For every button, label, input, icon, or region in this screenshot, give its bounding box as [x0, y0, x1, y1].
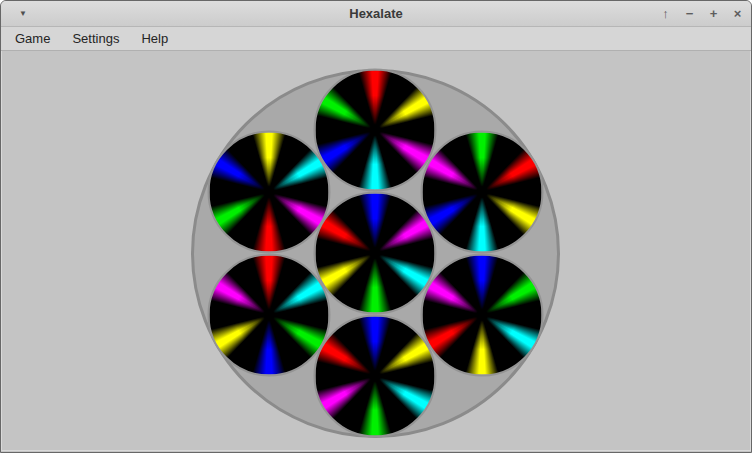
shade-button-icon[interactable]: ↑ — [658, 6, 673, 21]
menubar: Game Settings Help — [1, 27, 751, 51]
menu-item-game[interactable]: Game — [4, 28, 61, 49]
disc-bottom-right[interactable] — [420, 253, 543, 376]
game-canvas — [1, 51, 751, 451]
disc-bottom[interactable] — [314, 315, 437, 438]
window-title: Hexalate — [1, 6, 751, 21]
disc-center[interactable] — [314, 192, 437, 315]
window-menu-icon[interactable]: ▼ — [19, 1, 27, 26]
close-button-icon[interactable]: × — [730, 6, 745, 21]
disc-bottom-left[interactable] — [207, 253, 330, 376]
menu-item-help[interactable]: Help — [130, 28, 179, 49]
titlebar[interactable]: ▼ Hexalate ↑ − + × — [1, 1, 751, 27]
disc-top[interactable] — [314, 69, 437, 192]
disc-top-left[interactable] — [207, 130, 330, 253]
disc-top-right[interactable] — [420, 130, 543, 253]
window-buttons: ↑ − + × — [658, 1, 745, 26]
minimize-button-icon[interactable]: − — [682, 6, 697, 21]
maximize-button-icon[interactable]: + — [706, 6, 721, 21]
hexalate-window: ▼ Hexalate ↑ − + × Game Settings Help — [0, 0, 752, 453]
menu-item-settings[interactable]: Settings — [61, 28, 130, 49]
